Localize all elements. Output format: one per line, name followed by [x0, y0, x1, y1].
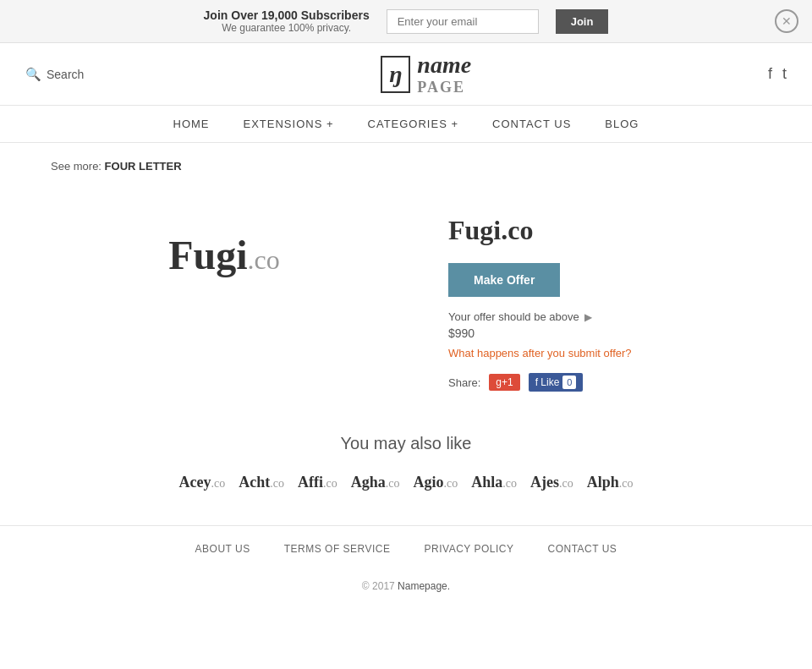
domain-logo-ext: .co	[248, 244, 280, 275]
card-name: Ajes	[530, 474, 559, 491]
gplus-button[interactable]: g+1	[489, 374, 519, 391]
nav-categories[interactable]: CATEGORIES +	[368, 118, 458, 130]
domain-preview: Fugi.co	[51, 198, 398, 312]
banner-text: Join Over 19,000 Subscribers We guarante…	[204, 8, 370, 34]
nav-extensions[interactable]: EXTENSIONS +	[244, 118, 334, 130]
domain-card[interactable]: Acht.co	[239, 474, 284, 491]
card-name: Affi	[298, 474, 323, 491]
domain-cards: Acey.coAcht.coAffi.coAgha.coAgio.coAhla.…	[51, 474, 761, 491]
footer-copy-text: © 2017 Namepage.	[362, 580, 450, 592]
card-ext: .co	[502, 477, 517, 490]
logo-name-text: name	[417, 52, 471, 78]
domain-title: Fugi.co	[448, 215, 761, 246]
fb-like-label: f Like	[535, 376, 560, 388]
logo-page-text: PAGE	[417, 79, 471, 96]
card-name: Acht	[239, 474, 270, 491]
twitter-icon[interactable]: t	[782, 65, 787, 83]
footer-copy: © 2017 Namepage.	[0, 572, 812, 609]
share-row: Share: g+1 f Like 0	[448, 373, 761, 392]
main-content: Fugi.co Fugi.co Make Offer Your offer sh…	[0, 181, 812, 425]
footer-brand-link[interactable]: Namepage.	[398, 580, 450, 592]
domain-card[interactable]: Acey.co	[179, 474, 226, 491]
offer-hint-text: Your offer should be above	[448, 310, 579, 323]
footer-link[interactable]: CONTACT US	[547, 543, 617, 555]
make-offer-button[interactable]: Make Offer	[448, 263, 560, 297]
footer-links: ABOUT USTERMS OF SERVICEPRIVACY POLICYCO…	[0, 525, 812, 572]
card-ext: .co	[619, 477, 634, 490]
card-ext: .co	[386, 477, 400, 490]
card-ext: .co	[323, 477, 337, 490]
social-icons: f t	[768, 65, 787, 83]
join-button[interactable]: Join	[556, 9, 609, 34]
search-icon: 🔍	[25, 67, 41, 82]
domain-card[interactable]: Agio.co	[413, 474, 458, 491]
offer-link[interactable]: What happens after you submit offer?	[448, 347, 761, 359]
card-ext: .co	[559, 477, 573, 490]
main-nav: HOME EXTENSIONS + CATEGORIES + CONTACT U…	[0, 106, 812, 143]
logo-box: ŋ	[381, 56, 410, 93]
share-label: Share:	[448, 376, 480, 389]
nav-contact[interactable]: CONTACT US	[492, 118, 571, 130]
card-name: Acey	[179, 474, 211, 491]
domain-card[interactable]: Affi.co	[298, 474, 337, 491]
may-also-like-title: You may also like	[51, 434, 761, 453]
offer-hint: Your offer should be above ▶	[448, 310, 761, 323]
domain-card[interactable]: Agha.co	[351, 474, 400, 491]
banner-sub-text: We guarantee 100% privacy.	[204, 22, 370, 34]
fb-count: 0	[562, 376, 576, 389]
offer-amount: $990	[448, 326, 761, 340]
domain-card[interactable]: Ahla.co	[471, 474, 517, 491]
domain-logo: Fugi.co	[168, 232, 280, 278]
footer-link[interactable]: ABOUT US	[195, 543, 250, 555]
domain-card[interactable]: Alph.co	[587, 474, 634, 491]
domain-card[interactable]: Ajes.co	[530, 474, 573, 491]
top-banner: Join Over 19,000 Subscribers We guarante…	[0, 0, 812, 43]
header: 🔍 Search ŋ name PAGE f t	[0, 43, 812, 106]
may-also-like-section: You may also like Acey.coAcht.coAffi.coA…	[0, 425, 812, 525]
card-name: Ahla	[471, 474, 502, 491]
card-name: Alph	[587, 474, 619, 491]
banner-main-text: Join Over 19,000 Subscribers	[204, 8, 370, 22]
see-more-label: See more:	[51, 160, 102, 173]
logo[interactable]: ŋ name PAGE	[381, 52, 471, 96]
card-ext: .co	[443, 477, 458, 490]
logo-n-letter: ŋ	[389, 61, 402, 88]
logo-text-block: name PAGE	[417, 52, 471, 96]
domain-info: Fugi.co Make Offer Your offer should be …	[448, 198, 761, 392]
see-more-value[interactable]: FOUR LETTER	[105, 160, 182, 173]
nav-blog[interactable]: BLOG	[605, 118, 639, 130]
card-name: Agha	[351, 474, 386, 491]
facebook-like-button[interactable]: f Like 0	[529, 373, 584, 392]
card-ext: .co	[270, 477, 284, 490]
domain-logo-main: Fugi	[168, 233, 247, 277]
email-input[interactable]	[387, 9, 539, 34]
search-area[interactable]: 🔍 Search	[25, 67, 84, 82]
card-name: Agio	[413, 474, 443, 491]
close-banner-button[interactable]: ✕	[775, 9, 798, 33]
nav-home[interactable]: HOME	[173, 118, 210, 130]
breadcrumb: See more: FOUR LETTER	[0, 143, 812, 181]
search-label: Search	[47, 68, 84, 81]
offer-arrow-icon: ▶	[584, 311, 592, 323]
card-ext: .co	[211, 477, 226, 490]
footer-link[interactable]: PRIVACY POLICY	[425, 543, 514, 555]
facebook-icon[interactable]: f	[768, 65, 772, 83]
footer-link[interactable]: TERMS OF SERVICE	[284, 543, 391, 555]
